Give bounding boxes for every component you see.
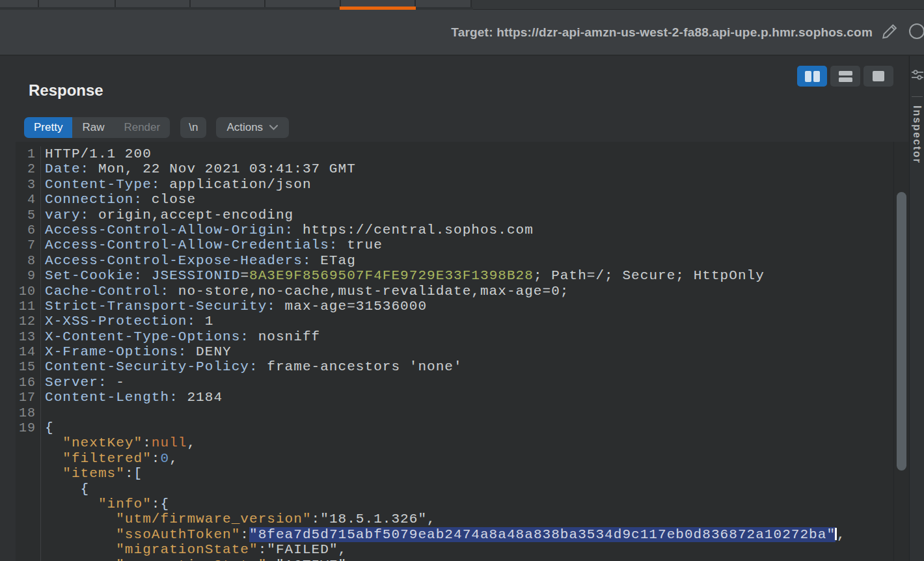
message-view-tabs: PrettyRawRender	[24, 117, 170, 138]
rows-layout-icon	[839, 71, 852, 82]
response-editor[interactable]: 1HTTP/1.1 2002Date: Mon, 22 Nov 2021 03:…	[16, 142, 893, 561]
line-number: 2	[16, 161, 41, 176]
code-line[interactable]: 13X-Content-Type-Options: nosniff	[16, 329, 893, 344]
line-number	[16, 451, 41, 466]
line-number: 1	[16, 146, 41, 161]
line-number	[16, 435, 41, 450]
code-line[interactable]: 8Access-Control-Expose-Headers: ETag	[16, 253, 893, 268]
code-line[interactable]: 12X-XSS-Protection: 1	[16, 314, 893, 329]
line-number: 17	[16, 390, 41, 405]
code-lines: 1HTTP/1.1 2002Date: Mon, 22 Nov 2021 03:…	[16, 142, 893, 561]
repeater-tab[interactable]	[116, 0, 191, 7]
burp-repeater-screen: Target: https://dzr-api-amzn-us-west-2-f…	[0, 0, 924, 561]
line-number	[16, 466, 41, 481]
code-line[interactable]: "nextKey":null,	[16, 435, 893, 450]
inspector-collapsed-strip[interactable]: Inspector	[909, 56, 924, 561]
repeater-tab[interactable]	[191, 0, 265, 7]
actions-button-label: Actions	[226, 121, 263, 134]
code-line[interactable]: 7Access-Control-Allow-Credentials: true	[16, 238, 893, 253]
show-newlines-button[interactable]: \n	[180, 117, 206, 138]
actions-button[interactable]: Actions	[216, 117, 289, 138]
chevron-down-icon	[269, 121, 279, 134]
rows-layout-button[interactable]	[830, 66, 860, 87]
repeater-tab-selected[interactable]	[341, 0, 416, 7]
repeater-tab[interactable]	[39, 0, 116, 7]
line-number: 12	[16, 314, 41, 329]
code-line[interactable]: {	[16, 482, 893, 497]
edit-target-button[interactable]	[881, 22, 899, 42]
code-line[interactable]: 19{	[16, 420, 893, 435]
line-number: 11	[16, 299, 41, 314]
code-line[interactable]: "utm/firmware_version":"18.5.1.326",	[16, 512, 893, 527]
line-number: 8	[16, 253, 41, 268]
line-number: 4	[16, 192, 41, 207]
target-bar: Target: https://dzr-api-amzn-us-west-2-f…	[0, 10, 924, 55]
single-panel-layout-icon	[873, 71, 884, 81]
code-line[interactable]: 16Server: -	[16, 375, 893, 390]
line-number: 19	[16, 420, 41, 435]
line-number: 15	[16, 359, 41, 374]
target-url-text: Target: https://dzr-api-amzn-us-west-2-f…	[451, 25, 873, 40]
target-label: Target:	[451, 25, 493, 39]
line-number: 7	[16, 238, 41, 253]
repeater-tab[interactable]	[265, 0, 341, 7]
pencil-icon	[881, 22, 899, 42]
line-number	[16, 497, 41, 512]
message-view-controls: PrettyRawRender \n Actions	[24, 117, 289, 138]
code-line[interactable]: 6Access-Control-Allow-Origin: https://ce…	[16, 223, 893, 238]
view-tab-raw[interactable]: Raw	[72, 117, 114, 138]
code-line[interactable]: 9Set-Cookie: JSESSIONID=8A3E9F8569507F4F…	[16, 268, 893, 283]
code-line[interactable]: 4Connection: close	[16, 192, 893, 207]
line-number	[16, 512, 41, 527]
code-line[interactable]: 14X-Frame-Options: DENY	[16, 344, 893, 359]
response-panel: Response PrettyRawRender \n Actions	[0, 56, 908, 561]
line-number: 18	[16, 405, 41, 420]
inspector-sliders-icon	[912, 70, 923, 83]
circle-icon	[907, 21, 924, 43]
code-line[interactable]: "ssoAuthToken":"8fea7d5d715abf5079eab247…	[16, 527, 893, 542]
line-number: 3	[16, 177, 41, 192]
line-number	[16, 527, 41, 542]
line-number: 10	[16, 284, 41, 299]
code-line[interactable]: 18	[16, 405, 893, 420]
response-panel-title: Response	[29, 81, 103, 100]
editor-scrollbar-thumb[interactable]	[897, 192, 906, 471]
code-line[interactable]: "migrationState":"FAILED",	[16, 542, 893, 557]
repeater-tab[interactable]	[0, 0, 39, 7]
repeater-tab-strip	[0, 0, 924, 10]
layout-buttons	[797, 66, 893, 87]
line-number: 13	[16, 329, 41, 344]
code-line[interactable]: 17Content-Length: 2184	[16, 390, 893, 405]
line-number: 14	[16, 344, 41, 359]
code-line[interactable]: 1HTTP/1.1 200	[16, 146, 893, 161]
inspector-divider	[912, 96, 923, 97]
view-tab-pretty[interactable]: Pretty	[24, 117, 72, 138]
line-number: 16	[16, 375, 41, 390]
code-line[interactable]: "filtered":0,	[16, 451, 893, 466]
line-number: 9	[16, 268, 41, 283]
code-line[interactable]: 15Content-Security-Policy: frame-ancesto…	[16, 359, 893, 374]
code-line[interactable]: "connectionState":"ACTIVE",	[16, 558, 893, 561]
target-circle-button[interactable]	[907, 21, 924, 43]
code-line[interactable]: 10Cache-Control: no-store,no-cache,must-…	[16, 284, 893, 299]
repeater-tab[interactable]	[416, 0, 472, 7]
inspector-vertical-label: Inspector	[911, 105, 923, 164]
single-panel-layout-button[interactable]	[863, 66, 893, 87]
columns-layout-button[interactable]	[797, 66, 827, 87]
line-number	[16, 482, 41, 497]
code-line[interactable]: "items":[	[16, 466, 893, 481]
line-number	[16, 558, 41, 561]
target-url: https://dzr-api-amzn-us-west-2-fa88.api-…	[496, 25, 873, 39]
line-number: 5	[16, 208, 41, 223]
code-line[interactable]: 3Content-Type: application/json	[16, 177, 893, 192]
code-line[interactable]: 2Date: Mon, 22 Nov 2021 03:41:37 GMT	[16, 161, 893, 176]
editor-scrollbar-track[interactable]	[893, 142, 908, 561]
code-line[interactable]: 11Strict-Transport-Security: max-age=315…	[16, 299, 893, 314]
columns-layout-icon	[805, 71, 811, 82]
line-number: 6	[16, 223, 41, 238]
view-tab-render: Render	[114, 117, 170, 138]
code-line[interactable]: 5vary: origin,accept-encoding	[16, 208, 893, 223]
code-line[interactable]: "info":{	[16, 497, 893, 512]
line-number	[16, 542, 41, 557]
